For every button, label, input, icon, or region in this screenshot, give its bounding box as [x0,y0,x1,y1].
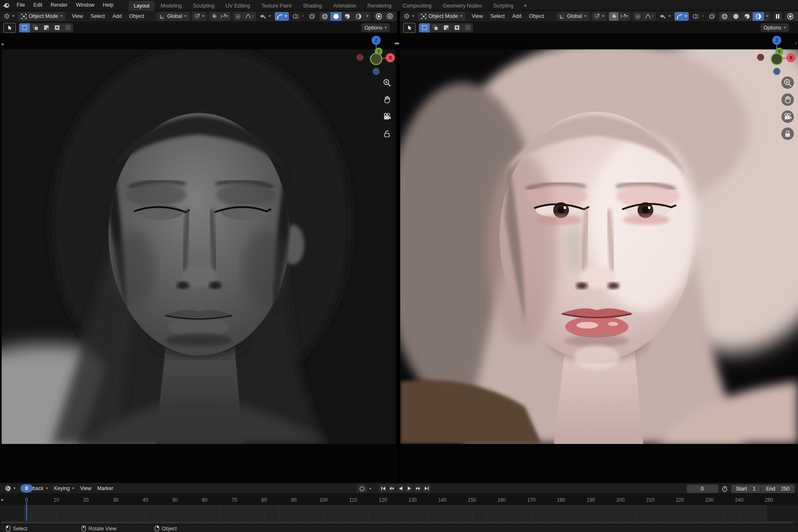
snap-toggle-button[interactable] [209,12,219,21]
workspace-tab[interactable]: Rendering [362,1,397,11]
select-mode-set[interactable] [419,23,430,32]
zoom-tool-button[interactable] [381,76,393,89]
workspace-tab[interactable]: Compositing [397,1,437,11]
select-mode-extend[interactable] [430,23,441,32]
timeline-expand-arrow[interactable]: ▸ [1,496,4,503]
editor-type-button[interactable] [2,12,16,21]
timeline-ruler[interactable]: 0102030405060708090100110120130140150160… [0,494,798,505]
viewport-menu-item[interactable]: Select [87,11,109,22]
zoom-tool-button[interactable] [781,76,794,89]
auto-key-toggle[interactable] [357,484,367,493]
transform-orientation-dropdown[interactable]: Global [556,12,589,21]
shading-dropdown[interactable] [764,12,771,21]
camera-view-button[interactable] [381,110,393,123]
active-tool-select-box[interactable] [3,23,16,33]
playhead[interactable] [26,502,27,521]
workspace-tab[interactable]: Layout [128,1,155,11]
workspace-tab[interactable]: Texture Paint [256,1,297,11]
viewport-menu-item[interactable]: Object [126,11,148,22]
shading-material-button[interactable] [342,12,353,21]
workspace-tab[interactable]: Animation [328,1,362,11]
start-frame-field[interactable]: Start 1 [731,485,761,493]
shading-rendered-button[interactable] [753,12,764,21]
editor-type-button[interactable] [402,12,416,21]
tool-options-dropdown[interactable]: Options [362,23,390,32]
annulus-button-2[interactable] [384,12,395,21]
lock-view-button[interactable] [781,127,794,140]
lock-view-button[interactable] [381,127,393,140]
toolbar-expand-arrow[interactable]: ▸ [2,41,5,47]
snap-settings-dropdown[interactable] [618,12,631,21]
play-button[interactable] [405,484,413,493]
falloff-dropdown[interactable] [243,12,256,21]
topbar-menu-item[interactable]: Window [72,0,99,10]
shading-solid-button[interactable] [730,12,741,21]
shading-dropdown[interactable] [364,12,371,21]
pivot-point-dropdown[interactable] [192,12,207,21]
active-tool-select-box[interactable] [403,23,416,33]
mode-dropdown[interactable]: Object Mode [18,12,66,21]
viewport-right-canvas[interactable]: Y Z X [400,33,798,483]
pivot-point-dropdown[interactable] [592,12,606,21]
snap-settings-dropdown[interactable] [219,12,231,21]
next-keyframe-button[interactable] [414,484,422,493]
jump-to-start-button[interactable] [379,484,387,493]
overlays-dropdown[interactable] [291,12,305,21]
select-mode-invert[interactable] [451,23,462,32]
transform-orientation-dropdown[interactable]: Global [156,12,190,21]
view-menu[interactable]: View [77,484,94,493]
pause-button[interactable] [773,12,782,21]
workspace-tab[interactable]: Shading [298,1,328,11]
prev-keyframe-button[interactable] [388,484,396,493]
timeline-scrollbar[interactable] [1,521,793,524]
move-view-button[interactable] [781,93,794,106]
timeline-track[interactable] [0,505,798,521]
nav-gizmo[interactable]: Y Z X [355,36,397,77]
end-frame-field[interactable]: End 250 [761,485,795,493]
add-workspace-button[interactable]: + [519,0,531,10]
nav-gizmo[interactable]: Y Z X [756,36,797,77]
annulus-button-1[interactable] [785,12,796,21]
proportional-edit-toggle[interactable] [233,12,243,21]
mode-dropdown[interactable]: Object Mode [418,12,466,21]
annulus-button-1[interactable] [373,12,384,21]
select-mode-subtract[interactable] [441,23,451,32]
shading-solid-button[interactable] [330,12,342,21]
xray-toggle[interactable] [308,12,317,21]
tool-options-dropdown[interactable]: Options [761,23,789,32]
shading-material-button[interactable] [741,12,753,21]
snap-toggle-button[interactable] [609,12,618,21]
workspace-tab[interactable]: Geometry Nodes [437,1,487,11]
chevron-down-icon[interactable] [369,488,372,490]
topbar-menu-item[interactable]: Render [47,0,72,10]
show-hide-dropdown[interactable] [658,12,672,21]
select-mode-set[interactable] [19,23,30,32]
use-preview-range-button[interactable] [721,484,729,493]
workspace-tab[interactable]: Scripting [488,1,519,11]
select-mode-intersect[interactable] [62,23,73,32]
topbar-menu-item[interactable]: File [12,0,29,10]
select-mode-intersect[interactable] [462,23,473,32]
workspace-tab[interactable]: UV Editing [220,1,256,11]
viewport-left-canvas[interactable]: ▸ Y Z X [0,33,397,483]
topbar-menu-item[interactable]: Help [99,0,118,10]
jump-to-end-button[interactable] [423,484,431,493]
viewport-menu-item[interactable]: Add [109,11,126,22]
timeline-editor-type-button[interactable] [3,484,17,493]
select-mode-invert[interactable] [52,23,62,32]
shading-wireframe-button[interactable] [319,12,330,21]
overlays-dropdown[interactable] [691,12,705,21]
viewport-menu-item[interactable]: View [468,11,487,22]
workspace-tab[interactable]: Modeling [155,1,187,11]
gizmos-toggle[interactable] [275,12,289,21]
topbar-menu-item[interactable]: Edit [29,0,47,10]
viewport-menu-item[interactable]: Add [509,11,525,22]
gizmos-toggle[interactable] [675,12,689,21]
select-mode-extend[interactable] [30,23,41,32]
workspace-tab[interactable]: Sculpting [187,1,219,11]
sidebar-collapse-arrow[interactable]: ‹ [795,40,797,46]
show-hide-dropdown[interactable] [259,12,272,21]
current-frame-field[interactable]: 0 [687,485,718,493]
region-split-handle[interactable]: ◂▸ [394,40,400,46]
viewport-menu-item[interactable]: Object [525,11,548,22]
